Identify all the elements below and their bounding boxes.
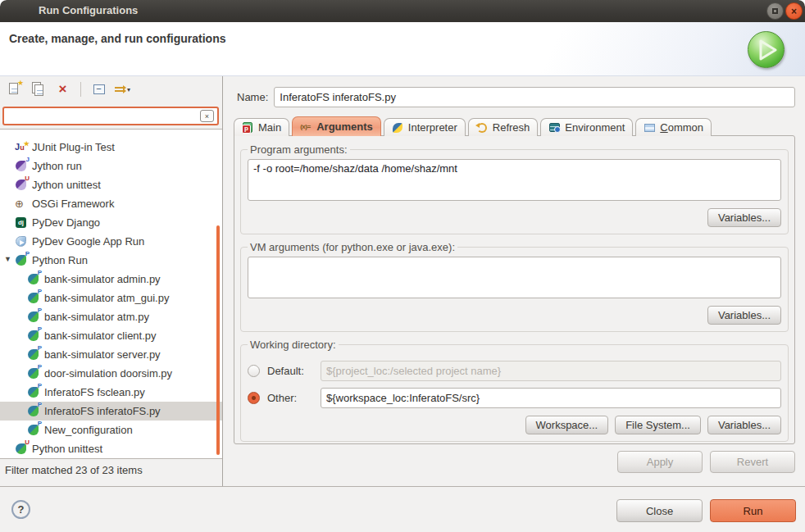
refresh-tab-icon bbox=[476, 122, 489, 134]
jython-run-icon: J bbox=[15, 160, 27, 172]
tree-item[interactable]: ⊕OSGi Framework bbox=[0, 194, 222, 213]
tree-item[interactable]: Pdoor-simulation doorsim.py bbox=[0, 364, 222, 383]
program-args-variables-button[interactable]: Variables... bbox=[707, 208, 781, 227]
titlebar[interactable]: Run Configurations × bbox=[0, 0, 805, 22]
tree-item[interactable]: PNew_configuration bbox=[0, 421, 222, 439]
python-run-icon: P bbox=[27, 292, 39, 304]
other-label: Other: bbox=[267, 392, 313, 404]
default-label: Default: bbox=[267, 365, 313, 377]
vm-arguments-input[interactable] bbox=[248, 257, 781, 298]
config-tree: Ju★JUnit Plug-in TestJJython runUJython … bbox=[0, 129, 222, 459]
filter-box: × bbox=[2, 107, 219, 125]
working-directory-legend: Working directory: bbox=[248, 339, 339, 351]
vm-args-variables-button[interactable]: Variables... bbox=[707, 306, 781, 325]
python-run-icon: P bbox=[27, 424, 39, 436]
tab-label: Refresh bbox=[493, 121, 530, 134]
left-panel: ★×−▾ × Ju★JUnit Plug-in TestJJython runU… bbox=[0, 76, 223, 486]
run-configurations-dialog: Run Configurations × Create, manage, and… bbox=[0, 0, 805, 532]
python-run-icon: P bbox=[27, 367, 39, 380]
filter-launch-icon[interactable]: ▾ bbox=[115, 82, 130, 97]
run-play-icon bbox=[748, 31, 785, 68]
close-icon[interactable]: × bbox=[785, 2, 803, 20]
program-arguments-input[interactable]: -f -o root=/home/shaz/data /home/shaz/mn… bbox=[248, 159, 781, 201]
tree-item[interactable]: Pbank-simulator admin.py bbox=[0, 270, 222, 289]
right-panel: Name: pMain(x)=ArgumentsInterpreterRefre… bbox=[232, 76, 795, 486]
program-arguments-legend: Program arguments: bbox=[248, 143, 350, 156]
tab-label: Environment bbox=[565, 121, 625, 134]
python-unittest-icon: U bbox=[15, 443, 27, 455]
close-button[interactable]: Close bbox=[616, 499, 703, 522]
apply-button[interactable]: Apply bbox=[617, 451, 703, 473]
maximize-icon[interactable] bbox=[766, 2, 784, 20]
clear-filter-icon[interactable]: × bbox=[200, 110, 214, 122]
tree-item-label: New_configuration bbox=[44, 424, 133, 436]
vm-arguments-group: VM arguments (for python.exe or java.exe… bbox=[240, 241, 789, 332]
tree-item-label: bank-simulator client.py bbox=[44, 330, 157, 342]
python-run-icon: P bbox=[27, 386, 39, 398]
help-icon[interactable]: ? bbox=[11, 500, 30, 519]
program-arguments-group: Program arguments: -f -o root=/home/shaz… bbox=[240, 143, 789, 234]
osgi-icon: ⊕ bbox=[15, 198, 27, 210]
name-label: Name: bbox=[237, 91, 268, 103]
django-icon: dj bbox=[15, 216, 27, 229]
main-tab-icon: p bbox=[242, 122, 254, 134]
python-run-icon: P bbox=[27, 311, 39, 323]
tree-item[interactable]: djPyDev Django bbox=[0, 213, 222, 232]
working-dir-variables-button[interactable]: Variables... bbox=[707, 416, 781, 434]
tree-item-label: bank-simulator server.py bbox=[44, 348, 161, 361]
tree-item[interactable]: UJython unittest bbox=[0, 175, 222, 194]
python-run-icon: P bbox=[27, 330, 39, 342]
tree-item-label: door-simulation doorsim.py bbox=[44, 367, 172, 380]
name-input[interactable] bbox=[274, 87, 795, 107]
common-tab-icon bbox=[644, 122, 656, 134]
collapse-all-icon[interactable]: − bbox=[91, 82, 107, 97]
tree-item-label: OSGi Framework bbox=[32, 198, 114, 210]
tree-item[interactable]: Pbank-simulator client.py bbox=[0, 326, 222, 345]
banner-subtitle: Create, manage, and run configurations bbox=[0, 22, 805, 45]
file-system-button[interactable]: File System... bbox=[615, 416, 701, 434]
banner: Create, manage, and run configurations bbox=[0, 22, 805, 76]
tab-common[interactable]: Common bbox=[635, 118, 712, 136]
tree-item-label: PyDev Google App Run bbox=[32, 235, 144, 248]
tree-item-label: InferatoFS fsclean.py bbox=[44, 386, 145, 398]
revert-button[interactable]: Revert bbox=[710, 451, 795, 473]
tree-item-label: bank-simulator atm.py bbox=[44, 311, 149, 323]
other-radio[interactable] bbox=[248, 392, 260, 404]
arguments-tab-panel: Program arguments: -f -o root=/home/shaz… bbox=[234, 135, 795, 444]
junit-icon: Ju★ bbox=[15, 141, 27, 153]
vm-arguments-legend: VM arguments (for python.exe or java.exe… bbox=[248, 241, 457, 253]
gae-icon bbox=[15, 235, 27, 248]
expander-icon[interactable]: ▼ bbox=[4, 255, 11, 263]
tab-main[interactable]: pMain bbox=[234, 118, 289, 136]
tree-item[interactable]: PInferatoFS fsclean.py bbox=[0, 383, 222, 402]
tree-item[interactable]: PyDev Google App Run bbox=[0, 232, 222, 251]
new-configuration-icon[interactable]: ★ bbox=[7, 82, 23, 97]
tree-item-label: Jython unittest bbox=[32, 179, 101, 191]
tab-arguments[interactable]: (x)=Arguments bbox=[292, 116, 381, 136]
tree-item[interactable]: Pbank-simulator atm.py bbox=[0, 307, 222, 326]
tree-item[interactable]: JJython run bbox=[0, 157, 222, 175]
tree-item[interactable]: Ju★JUnit Plug-in Test bbox=[0, 138, 222, 157]
tree-item[interactable]: Pbank-simulator server.py bbox=[0, 345, 222, 364]
python-run-icon: P bbox=[27, 273, 39, 285]
workspace-button[interactable]: Workspace... bbox=[525, 416, 609, 434]
tab-interpreter[interactable]: Interpreter bbox=[384, 118, 466, 136]
filter-input[interactable] bbox=[4, 110, 200, 122]
tree-item-label: Python unittest bbox=[32, 443, 102, 455]
tree-scrollbar[interactable] bbox=[216, 225, 220, 455]
tree-item-label: Jython run bbox=[32, 160, 82, 172]
arguments-tab-icon: (x)= bbox=[300, 121, 312, 133]
tree-item[interactable]: UPython unittest bbox=[0, 439, 222, 458]
main-area: ★×−▾ × Ju★JUnit Plug-in TestJJython runU… bbox=[0, 76, 805, 486]
tree-item-label: InferatoFS inferatoFS.py bbox=[44, 405, 161, 417]
run-button[interactable]: Run bbox=[710, 499, 796, 522]
tree-item[interactable]: PInferatoFS inferatoFS.py bbox=[0, 402, 222, 421]
tree-item[interactable]: ▼PPython Run bbox=[0, 251, 222, 270]
tab-refresh[interactable]: Refresh bbox=[468, 118, 539, 136]
duplicate-icon[interactable] bbox=[31, 82, 47, 97]
tree-item[interactable]: Pbank-simulator atm_gui.py bbox=[0, 289, 222, 307]
other-directory-input[interactable] bbox=[321, 388, 781, 408]
default-radio[interactable] bbox=[248, 365, 260, 377]
delete-icon[interactable]: × bbox=[55, 82, 70, 97]
tab-environment[interactable]: Environment bbox=[540, 118, 633, 136]
